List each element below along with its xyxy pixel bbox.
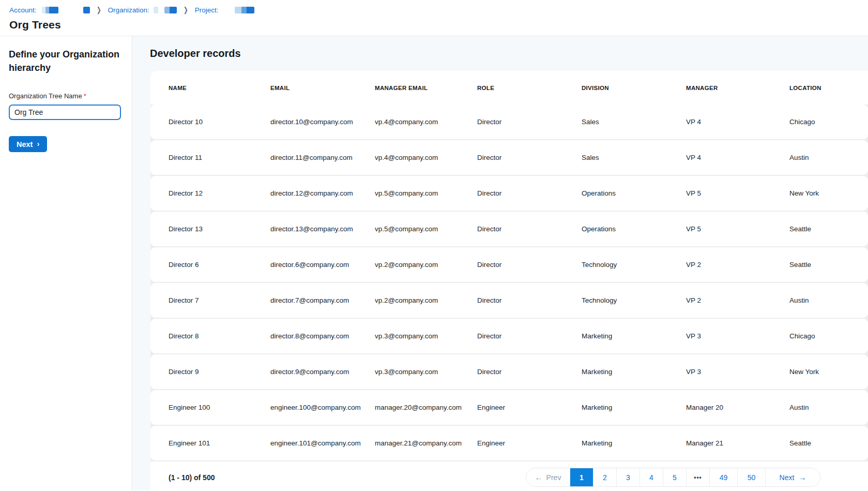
table-row[interactable]: Director 11director.11@company.comvp.4@c…: [150, 140, 868, 175]
page-title: Org Trees: [9, 19, 859, 31]
table-body: Director 10director.10@company.comvp.4@c…: [150, 105, 868, 460]
redacted-account-badge: [83, 7, 90, 13]
cell-location: Chicago: [789, 332, 860, 340]
chevron-right-icon: ❯: [97, 6, 101, 14]
cell-manager-email: vp.5@company.com: [375, 225, 477, 233]
content-area: Define your Organization hierarchy Organ…: [0, 36, 868, 490]
cell-role: Director: [477, 225, 582, 233]
cell-role: Director: [477, 189, 582, 197]
cell-manager-email: vp.2@company.com: [375, 296, 477, 304]
cell-division: Marketing: [582, 439, 686, 447]
cell-manager: VP 5: [686, 225, 789, 233]
cell-role: Director: [477, 261, 582, 269]
cell-location: Seattle: [789, 225, 860, 233]
cell-name: Director 6: [169, 261, 270, 269]
table-row[interactable]: Director 10director.10@company.comvp.4@c…: [150, 105, 868, 139]
page-button-5[interactable]: 5: [663, 468, 686, 486]
next-label: Next: [780, 473, 795, 482]
sidebar-heading: Define your Organization hierarchy: [9, 48, 120, 75]
page-button-3[interactable]: 3: [616, 468, 639, 486]
table-row[interactable]: Director 6director.6@company.comvp.2@com…: [150, 247, 868, 282]
cell-manager: VP 3: [686, 332, 789, 340]
page-button-4[interactable]: 4: [639, 468, 663, 486]
cell-name: Engineer 101: [169, 439, 270, 447]
cell-name: Engineer 100: [169, 404, 270, 411]
cell-location: Seattle: [789, 439, 860, 447]
cell-division: Marketing: [582, 404, 686, 411]
cell-location: Austin: [789, 404, 860, 411]
table-row[interactable]: Director 9director.9@company.comvp.3@com…: [150, 354, 868, 389]
chevron-right-icon: ❯: [184, 6, 188, 14]
column-header-division: DIVISION: [582, 85, 686, 91]
cell-email: engineer.101@company.com: [270, 439, 375, 447]
cell-manager: VP 4: [686, 154, 789, 161]
cell-division: Operations: [582, 225, 686, 233]
cell-manager: VP 2: [686, 261, 789, 269]
page-button-50[interactable]: 50: [737, 468, 765, 486]
table-row[interactable]: Director 13director.13@company.comvp.5@c…: [150, 212, 868, 246]
cell-name: Director 9: [169, 368, 270, 376]
cell-manager-email: vp.4@company.com: [375, 154, 477, 161]
table-row[interactable]: Engineer 100engineer.100@company.commana…: [150, 390, 868, 425]
main-panel: Developer records NAMEEMAILMANAGER EMAIL…: [132, 36, 868, 490]
table-row[interactable]: Director 8director.8@company.comvp.3@com…: [150, 319, 868, 353]
cell-name: Director 12: [169, 189, 270, 197]
cell-manager-email: manager.20@company.com: [375, 404, 477, 411]
cell-manager: Manager 20: [686, 404, 789, 411]
table-row[interactable]: Engineer 101engineer.101@company.commana…: [150, 426, 868, 460]
arrow-left-icon: ←: [535, 473, 543, 482]
chevron-right-icon: ›: [37, 139, 39, 148]
column-header-manager-email: MANAGER EMAIL: [375, 85, 477, 91]
cell-role: Director: [477, 154, 582, 161]
cell-email: director.12@company.com: [270, 189, 375, 197]
page-button-1[interactable]: 1: [570, 468, 593, 486]
redacted-project-value: [235, 7, 254, 13]
breadcrumb-project-label[interactable]: Project:: [195, 6, 219, 14]
next-page-button[interactable]: Next →: [765, 468, 820, 486]
cell-role: Director: [477, 118, 582, 126]
cell-division: Operations: [582, 189, 686, 197]
page-button-49[interactable]: 49: [709, 468, 737, 486]
cell-manager-email: vp.4@company.com: [375, 118, 477, 126]
table-row[interactable]: Director 12director.12@company.comvp.5@c…: [150, 176, 868, 211]
redacted-account-value: [42, 7, 58, 13]
prev-label: Prev: [546, 473, 561, 482]
breadcrumb-organization-label[interactable]: Organization:: [108, 6, 149, 14]
cell-manager-email: vp.3@company.com: [375, 368, 477, 376]
organization-tree-name-input[interactable]: [9, 105, 121, 120]
cell-role: Director: [477, 332, 582, 340]
column-header-email: EMAIL: [270, 85, 375, 91]
cell-division: Marketing: [582, 368, 686, 376]
cell-email: engineer.100@company.com: [270, 404, 375, 411]
cell-division: Sales: [582, 154, 686, 161]
page-button-2[interactable]: 2: [593, 468, 616, 486]
table-header-row: NAMEEMAILMANAGER EMAILROLEDIVISIONMANAGE…: [150, 71, 868, 105]
cell-role: Director: [477, 368, 582, 376]
cell-manager: VP 3: [686, 368, 789, 376]
cell-location: Austin: [789, 154, 860, 161]
cell-manager-email: vp.5@company.com: [375, 189, 477, 197]
column-header-manager: MANAGER: [686, 85, 789, 91]
cell-name: Director 7: [169, 296, 270, 304]
cell-location: Chicago: [789, 118, 860, 126]
cell-email: director.10@company.com: [270, 118, 375, 126]
table-row[interactable]: Director 7director.7@company.comvp.2@com…: [150, 283, 868, 318]
pagination-pill: ← Prev 12345•••4950 Next →: [526, 468, 820, 487]
developer-records-card: NAMEEMAILMANAGER EMAILROLEDIVISIONMANAGE…: [150, 71, 868, 491]
tree-name-label: Organization Tree Name*: [9, 92, 123, 100]
cell-email: director.6@company.com: [270, 261, 375, 269]
cell-location: Seattle: [789, 261, 860, 269]
developer-records-heading: Developer records: [150, 48, 868, 59]
cell-division: Technology: [582, 296, 686, 304]
next-button[interactable]: Next ›: [9, 136, 47, 152]
required-asterisk: *: [84, 92, 86, 100]
top-bar: Account: ❯ Organization: ❯ Project: Org …: [0, 0, 868, 36]
cell-manager: VP 2: [686, 296, 789, 304]
cell-email: director.11@company.com: [270, 154, 375, 161]
cell-role: Director: [477, 296, 582, 304]
pagination-bar: (1 - 10) of 500 ← Prev 12345•••4950 Next…: [150, 460, 868, 491]
prev-page-button[interactable]: ← Prev: [526, 468, 570, 486]
breadcrumb-account-label[interactable]: Account:: [9, 6, 37, 14]
cell-manager-email: vp.2@company.com: [375, 261, 477, 269]
cell-location: New York: [789, 368, 860, 376]
